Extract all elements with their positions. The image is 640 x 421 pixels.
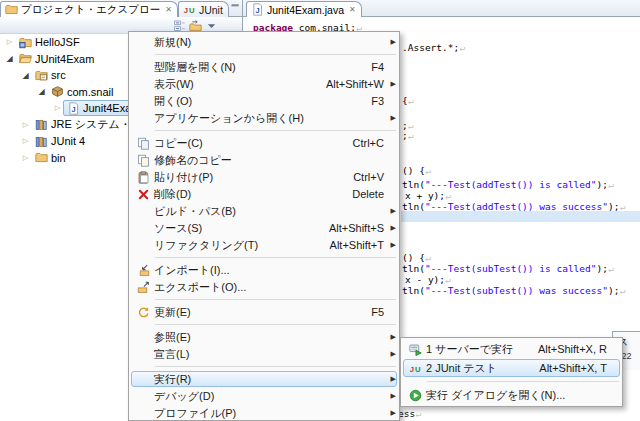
run-submenu-item-実行-ダイアログを開く[interactable]: 実行 ダイアログを開く(N)... [403,386,620,404]
submenu-arrow-icon: ▶ [384,392,396,400]
menu-icon-slot [132,111,154,125]
tree-item-bin[interactable]: ▷bin [20,150,70,166]
project-icon [19,36,32,49]
context-menu-item-アプリケ-ションから開く[interactable]: アプリケーションから開く(H)▶ [131,110,397,126]
context-menu-item-更新[interactable]: 更新(E)F5 [131,304,397,320]
delete-icon [137,188,150,201]
tree-item-junit4exam[interactable]: ◢JUnit4Exam [4,51,98,67]
menu-item-label: 参照(E) [154,330,191,345]
left-view-tab-row: プロジェクト・エクスプロー✕JUJUnit [0,0,242,17]
close-icon[interactable]: ✕ [349,5,356,14]
tree-item-src[interactable]: ◢src [20,67,70,83]
expand-arrow-icon[interactable]: ▷ [20,137,31,145]
collapse-arrow-icon[interactable]: ◢ [36,87,47,96]
menu-item-label: 更新(E) [154,305,191,320]
menu-item-shortcut: Ctrl+V [353,171,384,183]
view-tab[interactable]: JUJUnit [178,1,229,17]
menu-separator [129,127,399,134]
run-server-icon [409,343,422,356]
code-line: () {↵ [402,165,431,176]
code-line: () {↵ [402,252,431,263]
context-menu-item-リファクタリング[interactable]: リファクタリング(T)Alt+Shift+T▶ [131,237,397,253]
menu-item-label: インポート(I)... [154,263,230,278]
tree-item-label: bin [51,152,66,164]
menu-item-shortcut: F4 [371,61,384,73]
code-line: ess↵ [398,408,421,419]
menu-item-label: コピー(C) [154,136,203,151]
menu-item-label: 2 JUnit テスト [426,361,497,376]
context-menu-item-貼り付け[interactable]: 貼り付け(P)Ctrl+V [131,169,397,185]
context-menu-item-参照[interactable]: 参照(E)▶ [131,329,397,345]
project-open-icon [19,52,32,65]
menu-separator [401,378,622,385]
code-line: ;↵ [402,130,413,141]
expand-arrow-icon[interactable]: ▷ [4,38,15,46]
context-menu-item-表示[interactable]: 表示(W)Alt+Shift+W▶ [131,76,397,92]
run-submenu-item-1-サ-バ-で実行[interactable]: 1 サーバーで実行Alt+Shift+X, R [403,340,620,358]
context-menu-item-新規[interactable]: 新規(N)▶ [131,34,397,50]
menu-item-label: 削除(D) [154,187,191,202]
menu-item-label: プロファイル(P) [154,406,236,421]
tree-item-com-snail[interactable]: ◢com.snail [36,84,117,100]
run-dialog-icon [404,387,426,403]
expand-arrow-icon[interactable]: ▷ [20,121,31,129]
submenu-arrow-icon: ▶ [384,224,396,232]
tree-item-label: JUnit 4 [51,135,85,147]
tree-item-label: HelloJSF [35,36,80,48]
context-menu-item-ソ-ス[interactable]: ソース(S)Alt+Shift+S▶ [131,220,397,236]
tree-item-label: com.snail [67,86,113,98]
menu-icon-slot [132,77,154,91]
menu-item-shortcut: F3 [371,95,384,107]
minimize-icon [229,1,242,14]
svg-text:J: J [71,104,75,113]
collapse-arrow-icon[interactable]: ◢ [20,71,31,80]
context-menu-item-ビルド-パス[interactable]: ビルド・パス(B)▶ [131,203,397,219]
editor-current-line-highlight [401,211,640,222]
context-menu-item-デバッグ[interactable]: デバッグ(D)▶ [131,388,397,404]
menu-separator [129,254,399,261]
tree-item-junit-4[interactable]: ▷JUnit 4 [20,133,89,149]
paste-icon [132,170,154,184]
context-menu-item-修飾名のコピ-[interactable]: 修飾名のコピー [131,152,397,168]
context-menu-item-開く[interactable]: 開く(O)F3 [131,93,397,109]
context-menu-item-エクスポ-ト[interactable]: エクスポート(O)... [131,279,397,295]
context-menu-item-削除[interactable]: 削除(D)Delete [131,186,397,202]
menu-item-label: 型階層を開く(N) [154,60,236,75]
context-menu-item-宣言[interactable]: 宣言(L)▶ [131,346,397,362]
context-menu-item-プロファイル[interactable]: プロファイル(P)▶ [131,405,397,421]
expand-arrow-icon[interactable]: ▷ [20,154,31,162]
editor-tab-label: Junit4Exam.java [267,4,344,16]
export-icon [132,280,154,294]
context-menu-item-コピ-[interactable]: コピー(C)Ctrl+C [131,135,397,151]
run-submenu-item-2-JUnit-テスト[interactable]: JU2 JUnit テストAlt+Shift+X, T [403,359,620,377]
editor-tab[interactable]: JJunit4Exam.java✕ [246,1,362,17]
close-icon[interactable]: ✕ [165,5,172,14]
tree-item-hellojsf[interactable]: ▷HelloJSF [4,34,84,50]
menu-icon-slot [132,389,154,403]
submenu-arrow-icon: ▶ [384,350,396,358]
view-tab[interactable]: プロジェクト・エクスプロー✕ [0,1,178,17]
submenu-arrow-icon: ▶ [384,375,396,383]
expand-arrow-icon[interactable]: ▷ [52,104,63,112]
copy-icon [137,137,150,150]
tree-item-core: HelloJSF [15,34,84,50]
menu-separator [129,321,399,328]
context-menu-item-実行[interactable]: 実行(R)▶ [131,371,397,387]
folder-icon [5,3,18,16]
run-as-submenu: 1 サーバーで実行Alt+Shift+X, RJU2 JUnit テストAlt+… [400,337,623,407]
menu-item-label: ビルド・パス(B) [154,204,236,219]
menu-item-label: 貼り付け(P) [154,170,213,185]
import-icon [137,264,150,277]
minimize-button[interactable] [229,2,242,13]
menu-icon-slot [132,60,154,74]
tree-item-label: src [51,69,66,81]
menu-item-shortcut: Alt+Shift+S [329,222,384,234]
context-menu-item-型階層を開く[interactable]: 型階層を開く(N)F4 [131,59,397,75]
menu-item-label: 新規(N) [154,35,191,50]
project-context-menu: 新規(N)▶型階層を開く(N)F4表示(W)Alt+Shift+W▶開く(O)F… [128,31,400,421]
context-menu-item-インポ-ト[interactable]: インポート(I)... [131,262,397,278]
collapse-arrow-icon[interactable]: ◢ [4,54,15,63]
run-server-icon [404,341,426,357]
src-folder-icon [35,69,48,82]
svg-text:J: J [409,364,413,373]
